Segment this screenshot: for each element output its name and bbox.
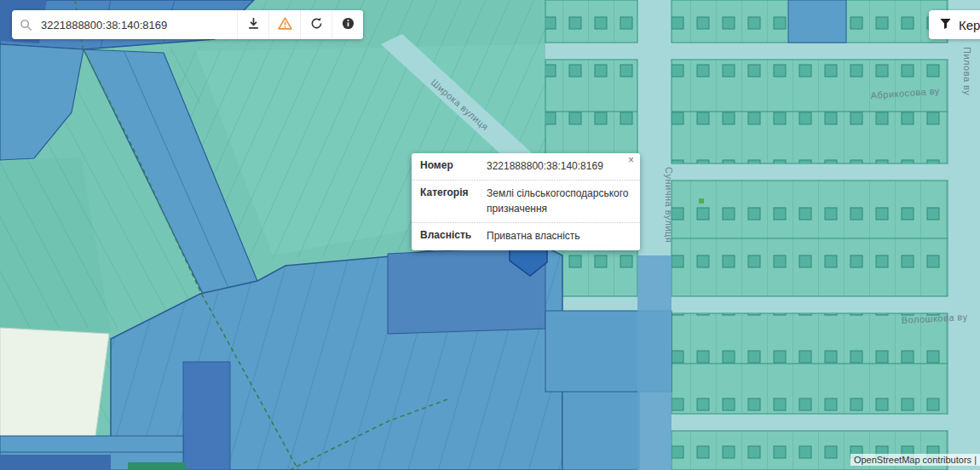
popup-row-ownership: Власність Приватна власність <box>412 223 640 249</box>
map-attribution[interactable]: OpenStreetMap contributors | <box>850 454 980 466</box>
popup-label: Категорія <box>420 186 487 216</box>
search-input[interactable] <box>39 18 237 32</box>
street-label-sunychna: Сунична вулиця <box>664 167 674 243</box>
info-icon <box>342 17 355 32</box>
search-icon <box>12 10 39 39</box>
popup-value: Приватна власність <box>487 229 631 244</box>
green-marker <box>699 198 704 203</box>
info-button[interactable] <box>331 10 363 39</box>
pale-area <box>0 328 109 436</box>
warning-icon <box>278 17 292 32</box>
parcel-info-popup: × Номер 3221888800:38:140:8169 Категорія… <box>412 153 640 250</box>
popup-row-category: Категорія Землі сільськогосподарського п… <box>412 181 640 223</box>
refresh-icon <box>310 17 323 32</box>
popup-row-number: Номер 3221888800:38:140:8169 <box>412 153 640 181</box>
manage-button-label: Керування <box>959 18 980 32</box>
close-icon[interactable]: × <box>628 155 634 165</box>
manage-button[interactable]: Керування <box>929 10 980 39</box>
download-button[interactable] <box>237 10 268 39</box>
search-toolbar <box>12 10 363 39</box>
popup-value: Землі сільськогосподарського призначення <box>487 186 631 216</box>
popup-label: Номер <box>420 159 487 174</box>
warning-button[interactable] <box>268 10 300 39</box>
popup-value: 3221888800:38:140:8169 <box>487 159 631 174</box>
street-label-pylova: Пилова ву <box>962 47 972 95</box>
filter-icon <box>939 17 952 32</box>
popup-label: Власність <box>420 229 487 244</box>
refresh-button[interactable] <box>300 10 331 39</box>
download-icon <box>247 17 260 32</box>
